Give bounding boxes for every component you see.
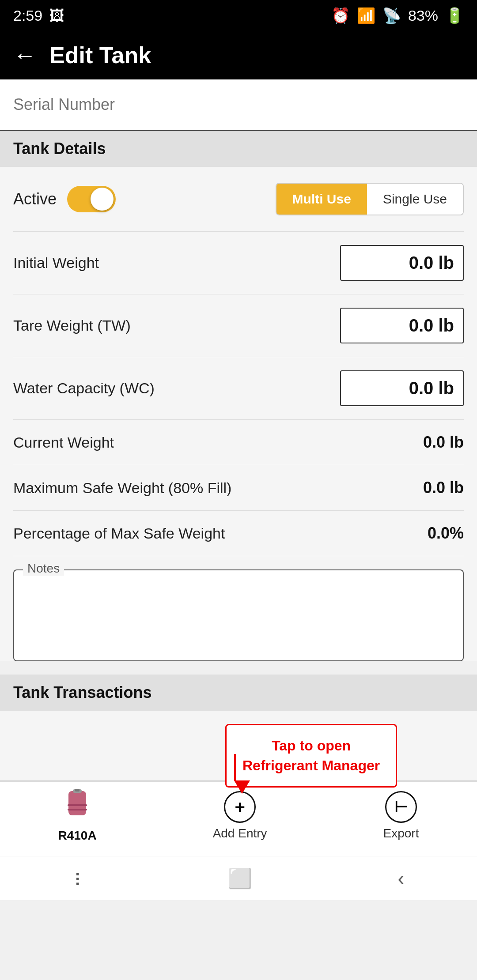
battery-text: 83% xyxy=(408,7,438,24)
active-label: Active xyxy=(13,190,57,208)
tank-details-content: Active Multi Use Single Use Initial Weig… xyxy=(0,167,477,661)
photo-icon: 🖼 xyxy=(49,7,64,24)
percentage-row: Percentage of Max Safe Weight 0.0% xyxy=(13,511,464,556)
initial-weight-input[interactable] xyxy=(340,245,464,281)
water-capacity-row: Water Capacity (WC) xyxy=(13,357,464,420)
toggle-knob xyxy=(91,188,114,211)
system-nav: ⫶ ⬜ ‹ xyxy=(0,856,477,900)
multi-use-button[interactable]: Multi Use xyxy=(276,184,367,215)
status-right: ⏰ 📶 📡 83% 🔋 xyxy=(331,7,464,24)
export-icon: ⊢ xyxy=(385,791,417,823)
status-left: 2:59 🖼 xyxy=(13,7,64,24)
serial-number-section xyxy=(0,79,477,131)
svg-rect-0 xyxy=(68,791,86,815)
current-weight-label: Current Weight xyxy=(13,434,114,451)
svg-rect-4 xyxy=(68,809,87,810)
status-time: 2:59 xyxy=(13,7,42,24)
notes-section: Notes xyxy=(13,569,464,661)
serial-number-input[interactable] xyxy=(13,95,464,114)
status-bar: 2:59 🖼 ⏰ 📶 📡 83% 🔋 xyxy=(0,0,477,31)
signal-icon: 📡 xyxy=(382,7,401,24)
wifi-icon: 📶 xyxy=(357,7,375,24)
tooltip-box[interactable]: Tap to open Refrigerant Manager xyxy=(225,724,397,788)
notes-textarea[interactable] xyxy=(23,579,454,650)
initial-weight-row: Initial Weight xyxy=(13,232,464,294)
nav-export[interactable]: ⊢ Export xyxy=(383,791,419,841)
back-button[interactable]: ← xyxy=(13,42,36,68)
add-entry-icon: + xyxy=(224,791,256,823)
tank-transactions-header: Tank Transactions xyxy=(0,675,477,711)
use-type-toggle: Multi Use Single Use xyxy=(276,183,464,215)
water-capacity-input[interactable] xyxy=(340,370,464,406)
tooltip-line1: Tap to open xyxy=(242,736,380,756)
notes-label: Notes xyxy=(23,562,64,576)
tare-weight-row: Tare Weight (TW) xyxy=(13,294,464,357)
page-title: Edit Tank xyxy=(49,42,151,68)
nav-add-entry[interactable]: + Add Entry xyxy=(213,791,267,841)
percentage-value: 0.0% xyxy=(428,524,464,543)
active-row: Active Multi Use Single Use xyxy=(13,167,464,232)
initial-weight-label: Initial Weight xyxy=(13,254,99,271)
max-safe-weight-value: 0.0 lb xyxy=(423,479,464,497)
battery-icon: 🔋 xyxy=(445,7,464,24)
nav-add-entry-label: Add Entry xyxy=(213,826,267,841)
svg-rect-3 xyxy=(68,804,87,806)
alarm-icon: ⏰ xyxy=(331,7,350,24)
arrow-line xyxy=(234,754,236,780)
percentage-label: Percentage of Max Safe Weight xyxy=(13,525,225,542)
tare-weight-label: Tare Weight (TW) xyxy=(13,317,131,334)
arrow-head xyxy=(234,780,250,794)
tank-icon xyxy=(64,789,91,825)
nav-export-label: Export xyxy=(383,826,419,841)
tooltip-line2: Refrigerant Manager xyxy=(242,756,380,776)
sys-nav-home[interactable]: ⬜ xyxy=(228,867,252,890)
tank-details-header: Tank Details xyxy=(0,131,477,167)
water-capacity-label: Water Capacity (WC) xyxy=(13,380,155,397)
current-weight-row: Current Weight 0.0 lb xyxy=(13,420,464,465)
sys-nav-back[interactable]: ‹ xyxy=(398,867,405,890)
current-weight-value: 0.0 lb xyxy=(423,433,464,452)
active-left: Active xyxy=(13,186,116,212)
max-safe-weight-label: Maximum Safe Weight (80% Fill) xyxy=(13,479,231,497)
app-header: ← Edit Tank xyxy=(0,31,477,79)
max-safe-weight-row: Maximum Safe Weight (80% Fill) 0.0 lb xyxy=(13,465,464,511)
nav-tank[interactable]: R410A xyxy=(58,789,96,843)
notes-container: Notes xyxy=(13,569,464,661)
active-toggle[interactable] xyxy=(67,186,116,212)
tooltip-overlay: Tap to open Refrigerant Manager xyxy=(0,711,477,781)
single-use-button[interactable]: Single Use xyxy=(367,184,463,215)
tare-weight-input[interactable] xyxy=(340,308,464,343)
nav-tank-label: R410A xyxy=(58,829,96,843)
sys-nav-menu[interactable]: ⫶ xyxy=(73,867,83,890)
svg-rect-2 xyxy=(75,789,80,792)
